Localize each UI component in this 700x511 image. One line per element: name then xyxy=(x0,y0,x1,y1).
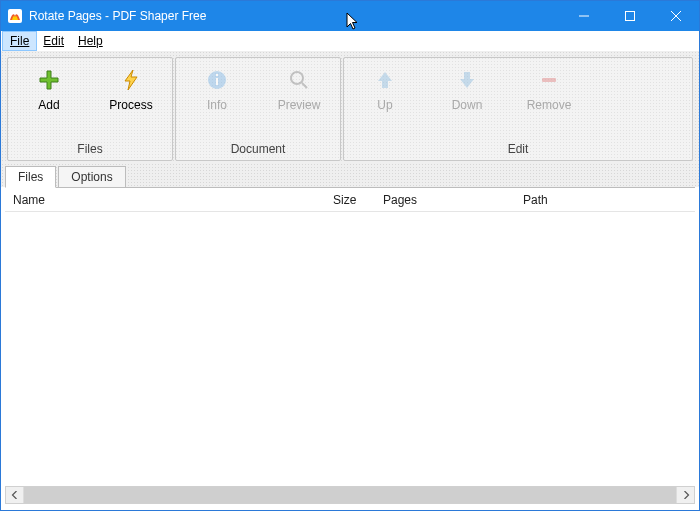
window-title: Rotate Pages - PDF Shaper Free xyxy=(29,9,206,23)
info-icon xyxy=(205,68,229,92)
preview-label: Preview xyxy=(278,98,321,112)
window-controls xyxy=(561,1,699,31)
minus-icon xyxy=(537,68,561,92)
titlebar: Rotate Pages - PDF Shaper Free xyxy=(1,1,699,31)
svg-rect-10 xyxy=(542,78,556,82)
column-name[interactable]: Name xyxy=(5,189,325,211)
svg-rect-7 xyxy=(216,74,218,76)
menu-help[interactable]: Help xyxy=(71,32,110,50)
toolbar-group-edit: Up Down Remove Edit xyxy=(343,57,693,161)
app-icon xyxy=(7,8,23,24)
add-label: Add xyxy=(38,98,59,112)
svg-rect-0 xyxy=(8,9,22,23)
info-button[interactable]: Info xyxy=(176,58,258,139)
down-label: Down xyxy=(452,98,483,112)
close-button[interactable] xyxy=(653,1,699,31)
svg-rect-2 xyxy=(626,12,635,21)
down-button[interactable]: Down xyxy=(426,58,508,139)
arrow-down-icon xyxy=(455,68,479,92)
maximize-button[interactable] xyxy=(607,1,653,31)
menu-file[interactable]: File xyxy=(3,32,36,50)
toolbar-group-files: Add Process Files xyxy=(7,57,173,161)
remove-button[interactable]: Remove xyxy=(508,58,590,139)
magnify-icon xyxy=(287,68,311,92)
menu-edit[interactable]: Edit xyxy=(36,32,71,50)
tab-files[interactable]: Files xyxy=(5,166,56,188)
scroll-thumb[interactable] xyxy=(24,487,676,503)
svg-point-8 xyxy=(291,72,303,84)
file-list: Name Size Pages Path xyxy=(5,187,695,486)
tab-options[interactable]: Options xyxy=(58,166,125,187)
tabstrip: Files Options xyxy=(1,163,699,187)
column-path[interactable]: Path xyxy=(515,189,695,211)
column-pages[interactable]: Pages xyxy=(375,189,515,211)
svg-rect-6 xyxy=(216,78,218,85)
process-label: Process xyxy=(109,98,152,112)
group-edit-label: Edit xyxy=(344,139,692,160)
scroll-left-button[interactable] xyxy=(6,487,24,503)
plus-icon xyxy=(37,68,61,92)
group-document-label: Document xyxy=(176,139,340,160)
info-label: Info xyxy=(207,98,227,112)
process-button[interactable]: Process xyxy=(90,58,172,139)
scroll-right-button[interactable] xyxy=(676,487,694,503)
column-headers: Name Size Pages Path xyxy=(5,188,695,212)
group-files-label: Files xyxy=(8,139,172,160)
cursor-icon xyxy=(346,12,360,35)
column-size[interactable]: Size xyxy=(325,189,375,211)
lightning-icon xyxy=(119,68,143,92)
arrow-up-icon xyxy=(373,68,397,92)
up-button[interactable]: Up xyxy=(344,58,426,139)
toolbar-group-document: Info Preview Document xyxy=(175,57,341,161)
minimize-button[interactable] xyxy=(561,1,607,31)
toolbar: Add Process Files Info Pre xyxy=(1,51,699,163)
add-button[interactable]: Add xyxy=(8,58,90,139)
horizontal-scrollbar[interactable] xyxy=(5,486,695,504)
up-label: Up xyxy=(377,98,392,112)
svg-line-9 xyxy=(302,83,307,88)
scroll-track[interactable] xyxy=(24,487,676,503)
preview-button[interactable]: Preview xyxy=(258,58,340,139)
remove-label: Remove xyxy=(527,98,572,112)
list-body[interactable] xyxy=(5,212,695,486)
